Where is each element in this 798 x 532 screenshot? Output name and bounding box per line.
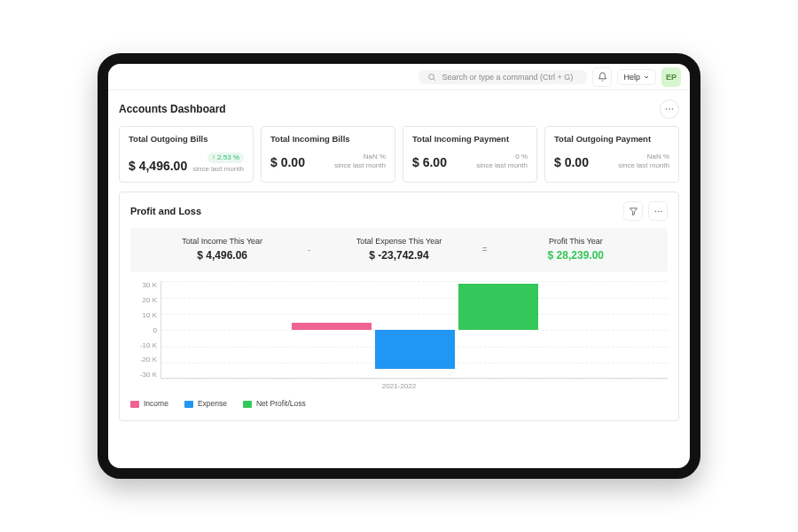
- trend-chip: ↑ 2.53 %: [207, 153, 244, 163]
- card-meta: since last month: [476, 161, 528, 169]
- pnl-summary: Total Income This Year $ 4,496.06 - Tota…: [130, 228, 668, 272]
- legend-label: Expense: [198, 399, 227, 408]
- card-incoming-payment: Total Incoming Payment $ 6.00 0 % since …: [403, 126, 537, 183]
- notifications-button[interactable]: [592, 67, 612, 87]
- chart-legend: Income Expense Net Profit/Loss: [130, 399, 668, 408]
- ytick: -10 K: [140, 341, 157, 349]
- ytick: 0: [153, 326, 157, 334]
- panel-title: Profit and Loss: [130, 206, 201, 216]
- search-input[interactable]: Search or type a command (Ctrl + G): [419, 70, 587, 84]
- app-screen: Search or type a command (Ctrl + G) Help…: [108, 64, 690, 468]
- svg-point-0: [429, 74, 434, 79]
- card-value: $ 4,496.00: [129, 159, 187, 173]
- help-label: Help: [623, 73, 640, 82]
- summary-value: $ 28,239.00: [491, 249, 661, 262]
- y-axis: 30 K 20 K 10 K 0 -10 K -20 K -30 K: [130, 281, 160, 379]
- summary-label: Total Income This Year: [137, 237, 307, 246]
- svg-point-8: [660, 210, 661, 211]
- ytick: -20 K: [140, 356, 157, 364]
- swatch-icon: [243, 401, 252, 408]
- search-placeholder: Search or type a command (Ctrl + G): [442, 73, 573, 82]
- kpi-cards: Total Outgoing Bills $ 4,496.00 ↑ 2.53 %…: [119, 126, 679, 183]
- legend-item: Income: [130, 399, 168, 408]
- ytick: 30 K: [143, 281, 157, 289]
- pnl-chart: 30 K 20 K 10 K 0 -10 K -20 K -30 K 2021-…: [130, 281, 668, 408]
- card-outgoing-bills: Total Outgoing Bills $ 4,496.00 ↑ 2.53 %…: [119, 126, 254, 183]
- card-title: Total Outgoing Bills: [129, 134, 244, 144]
- bar-income: [292, 323, 372, 330]
- summary-income: Total Income This Year $ 4,496.06 -: [137, 237, 307, 262]
- ellipsis-icon: [653, 207, 663, 216]
- summary-expense: Total Expense This Year $ -23,742.94 =: [314, 237, 483, 262]
- card-title: Total Incoming Payment: [412, 134, 528, 144]
- legend-item: Expense: [184, 399, 227, 408]
- svg-point-4: [672, 108, 674, 110]
- card-value: $ 0.00: [554, 155, 589, 169]
- summary-profit: Profit This Year $ 28,239.00: [491, 237, 661, 262]
- ytick: 20 K: [143, 296, 157, 304]
- swatch-icon: [184, 401, 193, 408]
- trend-chip: NaN %: [647, 153, 669, 160]
- help-button[interactable]: Help: [617, 69, 656, 85]
- topbar: Search or type a command (Ctrl + G) Help…: [108, 64, 690, 90]
- svg-point-6: [654, 210, 655, 211]
- svg-marker-5: [630, 208, 637, 215]
- card-value: $ 0.00: [270, 155, 305, 169]
- card-meta: since last month: [334, 161, 386, 169]
- card-meta: since last month: [618, 161, 669, 169]
- ytick: 10 K: [143, 311, 157, 319]
- bell-icon: [598, 72, 607, 82]
- page-actions-button[interactable]: [660, 99, 679, 119]
- ellipsis-icon: [664, 104, 675, 114]
- swatch-icon: [130, 401, 139, 408]
- trend-chip: 0 %: [515, 153, 528, 160]
- card-meta: since last month: [192, 165, 244, 173]
- tablet-frame: Search or type a command (Ctrl + G) Help…: [98, 53, 700, 479]
- card-outgoing-payment: Total Outgoing Payment $ 0.00 NaN % sinc…: [544, 126, 679, 183]
- summary-label: Total Expense This Year: [314, 237, 483, 246]
- svg-point-7: [657, 210, 658, 211]
- card-title: Total Outgoing Payment: [554, 134, 669, 144]
- card-value: $ 6.00: [412, 155, 447, 169]
- filter-button[interactable]: [623, 201, 643, 221]
- ytick: -30 K: [140, 371, 157, 379]
- chevron-down-icon: [643, 74, 650, 81]
- svg-point-2: [666, 108, 668, 110]
- pnl-panel: Profit and Loss Total Income T: [119, 192, 679, 421]
- search-icon: [427, 73, 436, 82]
- filter-icon: [629, 207, 638, 216]
- legend-label: Net Profit/Loss: [256, 399, 306, 408]
- summary-value: $ -23,742.94: [314, 249, 483, 262]
- card-incoming-bills: Total Incoming Bills $ 0.00 NaN % since …: [261, 126, 395, 183]
- avatar-initials: EP: [666, 73, 677, 82]
- page-header: Accounts Dashboard: [119, 99, 679, 119]
- bar-expense: [375, 330, 455, 369]
- svg-point-3: [669, 108, 670, 110]
- trend-chip: NaN %: [364, 153, 386, 160]
- bar-net-profit-loss: [458, 284, 538, 330]
- avatar[interactable]: EP: [661, 67, 681, 87]
- legend-label: Income: [144, 399, 168, 408]
- svg-line-1: [434, 78, 435, 80]
- panel-menu-button[interactable]: [648, 201, 668, 221]
- minus-icon: -: [308, 245, 310, 254]
- equals-icon: =: [482, 245, 488, 254]
- plot-area: [160, 281, 668, 379]
- summary-label: Profit This Year: [491, 237, 661, 246]
- page-title: Accounts Dashboard: [119, 103, 226, 115]
- legend-item: Net Profit/Loss: [243, 399, 306, 408]
- x-axis-label: 2021-2022: [130, 382, 668, 390]
- summary-value: $ 4,496.06: [137, 249, 307, 262]
- card-title: Total Incoming Bills: [270, 134, 386, 144]
